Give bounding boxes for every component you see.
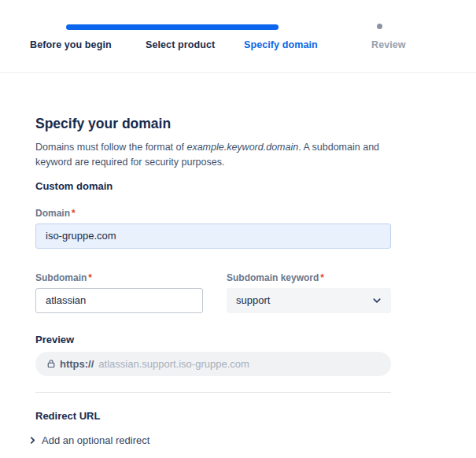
step-review[interactable]: Review — [371, 39, 406, 50]
custom-domain-heading: Custom domain — [35, 180, 391, 192]
required-asterisk: * — [320, 272, 324, 283]
add-redirect-label: Add an optional redirect — [42, 434, 149, 446]
domain-field-label: Domain* — [35, 208, 391, 219]
lock-icon — [46, 359, 56, 368]
subdomain-field-group: Subdomain* — [35, 272, 203, 313]
keyword-field-label: Subdomain keyword* — [227, 272, 391, 283]
domain-label-text: Domain — [35, 208, 70, 219]
progress-bar — [66, 24, 279, 30]
required-asterisk: * — [88, 272, 92, 283]
add-redirect-toggle[interactable]: Add an optional redirect — [28, 434, 391, 446]
domain-input[interactable] — [35, 223, 391, 249]
upcoming-step-dot — [377, 24, 382, 29]
step-select-product[interactable]: Select product — [146, 39, 215, 50]
preview-url-text: atlassian.support.iso-gruppe.com — [98, 358, 249, 370]
specify-domain-form: Specify your domain Domains must follow … — [0, 116, 426, 446]
keyword-label-text: Subdomain keyword — [227, 272, 319, 283]
subdomain-field-label: Subdomain* — [35, 272, 203, 283]
subdomain-input[interactable] — [35, 288, 203, 313]
subdomain-label-text: Subdomain — [35, 272, 87, 283]
description-example-format: example.keyword.domain — [186, 142, 298, 153]
chevron-down-icon — [372, 296, 382, 305]
step-before-you-begin[interactable]: Before you begin — [30, 39, 112, 50]
redirect-url-heading: Redirect URL — [35, 410, 391, 422]
wizard-stepper: Before you begin Select product Specify … — [0, 0, 476, 73]
selected-keyword: support — [236, 294, 270, 306]
keyword-field-group: Subdomain keyword* support — [227, 272, 391, 313]
required-asterisk: * — [72, 208, 76, 219]
preview-url-field: https:// atlassian.support.iso-gruppe.co… — [35, 352, 391, 376]
page-description: Domains must follow the format of exampl… — [35, 140, 391, 170]
page-title: Specify your domain — [35, 116, 391, 132]
preview-protocol: https:// — [60, 358, 94, 370]
subdomain-row: Subdomain* Subdomain keyword* support — [35, 272, 391, 313]
section-divider — [35, 392, 391, 393]
description-text: Domains must follow the format of — [35, 142, 186, 153]
preview-label: Preview — [35, 334, 391, 345]
subdomain-keyword-select[interactable]: support — [227, 288, 391, 313]
chevron-right-icon — [28, 436, 37, 445]
step-specify-domain[interactable]: Specify domain — [244, 39, 318, 50]
